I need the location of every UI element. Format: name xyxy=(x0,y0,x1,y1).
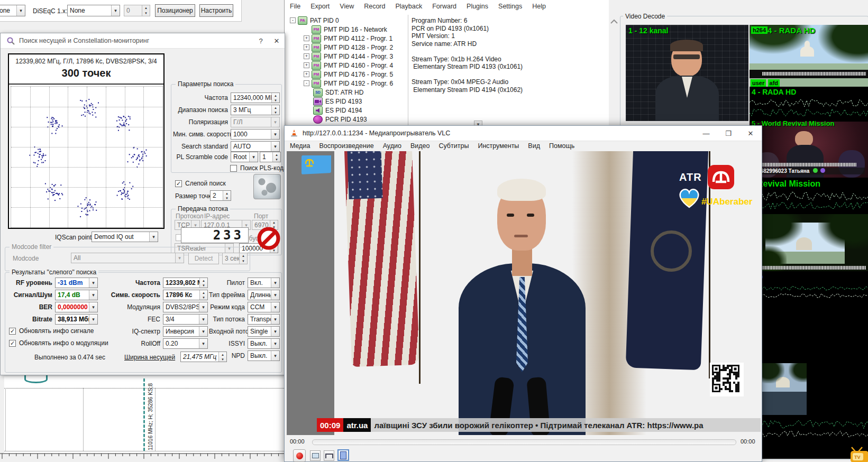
field-combo[interactable]: AUTO▾ xyxy=(231,141,280,152)
update-modulation-checkbox[interactable]: ✓ xyxy=(9,340,16,347)
update-modulation-row[interactable]: ✓ Обновлять инфо о модуляции xyxy=(9,339,108,347)
thumb-capitol-trees[interactable] xyxy=(750,214,868,271)
blind-search-checkbox-row[interactable]: ✓ Слепой поиск xyxy=(175,180,226,187)
vlc-menu-item-0[interactable]: Медиа xyxy=(290,142,310,150)
record-button[interactable] xyxy=(293,449,306,462)
dot-size-spinner[interactable]: 2▲▼ xyxy=(210,190,231,201)
ts-menu-item-0[interactable]: File xyxy=(290,3,300,10)
update-signal-checkbox[interactable]: ✓ xyxy=(9,328,16,335)
field-combo[interactable]: 0,0000000▾ xyxy=(55,302,98,312)
tree-item[interactable]: SDSDT: ATR HD xyxy=(288,88,407,97)
maximize-icon[interactable]: ❒ xyxy=(717,126,739,140)
carrier-marker-line[interactable] xyxy=(143,378,145,451)
vlc-video-area[interactable]: ATR #UAberaber 00:09 atr.ua лаївщині ЗСУ… xyxy=(287,151,761,435)
field-combo[interactable]: CCM▾ xyxy=(248,302,280,312)
field-combo[interactable]: Single▾ xyxy=(248,326,280,337)
configure-button[interactable]: Настроить xyxy=(199,4,233,17)
ts-menu-item-1[interactable]: Export xyxy=(310,3,330,10)
position-spinner[interactable]: 0▲▼ xyxy=(124,5,150,16)
close-button[interactable]: ✕ xyxy=(269,34,285,48)
help-button[interactable]: ? xyxy=(253,34,269,48)
tree-item[interactable]: +PMPMT PID 4176 - Progr. 5 xyxy=(288,70,407,79)
tree-item[interactable]: PMPMT PID 16 - Network xyxy=(288,25,407,34)
vlc-menu-item-6[interactable]: Вид xyxy=(528,142,540,150)
vlc-menu-item-7[interactable]: Помощь xyxy=(549,142,574,150)
detect-interval-spinner[interactable]: 3 сек▲▼ xyxy=(222,253,248,264)
iqscan-combo[interactable]: Demod IQ out▾ xyxy=(92,232,158,242)
vlc-menu-item-1[interactable]: Воспроизведение xyxy=(319,142,373,150)
carrier-titlebar[interactable]: Поиск несущей и Constellation-мониторинг… xyxy=(1,33,285,49)
field-combo[interactable]: Transport▾ xyxy=(248,314,280,325)
tree-item[interactable]: PCR PID 4193 xyxy=(288,115,407,124)
seek-slider[interactable] xyxy=(312,439,736,445)
expand-icon[interactable]: + xyxy=(304,35,309,41)
chevron-up-icon[interactable] xyxy=(610,19,618,24)
field-combo[interactable]: Вкл.▾ xyxy=(248,278,280,288)
snapshot-button[interactable] xyxy=(310,450,321,461)
field-combo[interactable]: Выкл.▾ xyxy=(248,350,280,361)
ts-menu-item-4[interactable]: Playback xyxy=(395,3,422,10)
ts-menu-item-8[interactable]: Help xyxy=(532,3,546,10)
close-icon[interactable]: ✕ xyxy=(739,126,762,140)
ts-menu-item-6[interactable]: Plugins xyxy=(467,3,488,10)
field-combo[interactable]: Длинный▾ xyxy=(248,290,280,300)
frame-button[interactable] xyxy=(337,449,349,461)
tree-item[interactable]: +PMPMT PID 4112 - Progr. 1 xyxy=(288,34,407,43)
expand-icon[interactable]: + xyxy=(304,62,309,68)
positioner-button[interactable]: Позиционер xyxy=(155,4,195,17)
field-spin[interactable]: 12340,000 МГц▲▼ xyxy=(231,93,280,103)
detect-button[interactable]: Detect xyxy=(188,253,219,264)
pl-value-spinner[interactable]: 1▲▼ xyxy=(260,152,281,162)
field-combo[interactable]: 17,4 dB▾ xyxy=(55,290,98,300)
minimize-icon[interactable]: — xyxy=(695,126,717,140)
field-combo[interactable]: 3/4▾ xyxy=(163,314,208,325)
ts-menu-item-7[interactable]: Settings xyxy=(498,3,522,10)
modcode-combo[interactable]: All▾ xyxy=(71,253,184,263)
field-combo[interactable]: 38,913 Мбит▾ xyxy=(55,314,98,325)
expand-icon[interactable]: + xyxy=(304,44,309,50)
field-spin[interactable]: 12339,802 МГц▲▼ xyxy=(163,278,208,288)
thumb-rada[interactable]: user afd h264 4 - RADA HD xyxy=(750,25,868,87)
tree-item[interactable]: -PMPMT PID 4192 - Progr. 6 xyxy=(288,79,407,88)
collapse-icon[interactable]: - xyxy=(290,17,296,23)
field-combo[interactable]: 1000▾ xyxy=(231,129,280,140)
field-combo[interactable]: 0.20▾ xyxy=(163,338,208,349)
pls-search-checkbox[interactable]: ✓ xyxy=(230,165,237,172)
tree-item[interactable]: -PAPAT PID 0 xyxy=(288,16,407,25)
update-signal-row[interactable]: ✓ Обновлять инфо сигнале xyxy=(9,327,94,335)
tree-item[interactable]: ES PID 4193 xyxy=(288,97,407,106)
vlc-menu-item-3[interactable]: Видео xyxy=(410,142,430,150)
stop-icon[interactable] xyxy=(257,227,280,250)
ts-menu-item-3[interactable]: Record xyxy=(364,3,385,10)
tree-item[interactable]: +PMPMT PID 4128 - Progr. 2 xyxy=(288,43,407,52)
field-combo[interactable]: Выкл.▾ xyxy=(248,338,280,349)
thumb-capitol-dusk[interactable] xyxy=(760,363,807,415)
ab-loop-button[interactable] xyxy=(324,450,334,461)
carrier-width-spinner[interactable]: 21,475 МГц▲▼ xyxy=(180,352,227,362)
blind-search-checkbox[interactable]: ✓ xyxy=(175,180,182,187)
thumb-wrm[interactable]: 380682996023 Татьяна xyxy=(750,122,868,178)
field-combo[interactable]: DVBS2/8PSK▾ xyxy=(163,302,208,312)
collapse-icon[interactable]: - xyxy=(304,80,309,86)
pls-search-checkbox-row[interactable]: ✓ Поиск PLS-кода xyxy=(230,164,287,172)
tree-item[interactable]: +PMPMT PID 4144 - Progr. 3 xyxy=(288,52,407,61)
vlc-menu-item-5[interactable]: Инструменты xyxy=(478,142,519,150)
diseqc-combo[interactable]: None▾ xyxy=(67,5,120,16)
expand-icon[interactable]: + xyxy=(304,53,309,59)
field-spin[interactable]: 3 МГц▲▼ xyxy=(231,105,280,115)
vlc-titlebar[interactable]: http://127.0.0.1:1234 - Медиапроигрывате… xyxy=(285,126,762,141)
carrier-width-link[interactable]: Ширина несущей xyxy=(124,354,175,361)
field-spin[interactable]: 17896 Кс▲▼ xyxy=(163,290,208,300)
field-dcombo[interactable]: Г/Л▾ xyxy=(231,117,280,127)
tree-item[interactable]: +PMPMT PID 4160 - Progr. 4 xyxy=(288,61,407,70)
vlc-menu-item-4[interactable]: Субтитры xyxy=(438,142,469,150)
ts-menu-item-5[interactable]: Forward xyxy=(432,3,456,10)
tree-item[interactable]: ES PID 4194 xyxy=(288,106,407,115)
thumb-12kanal[interactable]: 1 - 12 kanal xyxy=(626,25,748,121)
field-combo[interactable]: -31 dBm▾ xyxy=(55,278,98,288)
vlc-menu-item-2[interactable]: Аудио xyxy=(383,142,401,150)
field-combo[interactable]: Инверсия▾ xyxy=(163,326,208,337)
lnb-combo[interactable]: one▾ xyxy=(0,5,25,16)
expand-icon[interactable]: + xyxy=(304,71,309,77)
ts-menu-item-2[interactable]: View xyxy=(340,3,354,10)
